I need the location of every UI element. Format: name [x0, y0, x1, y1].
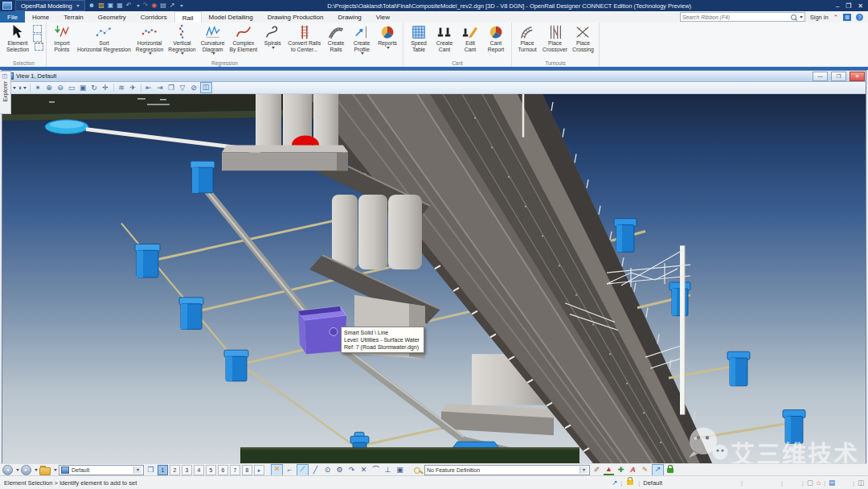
- view-forward-dropdown[interactable]: [35, 469, 38, 471]
- selection-shape-icon[interactable]: [33, 34, 42, 42]
- ribbon-button-import-points[interactable]: Import Points: [49, 23, 75, 53]
- snap-status-icon[interactable]: ↗: [612, 477, 617, 488]
- tab-model-detailing[interactable]: Model Detailing: [202, 11, 260, 23]
- view-toggle-1[interactable]: 1: [158, 465, 168, 475]
- save-icon[interactable]: ▣: [108, 1, 114, 10]
- active-level[interactable]: Default: [643, 479, 662, 487]
- tab-view[interactable]: View: [369, 11, 397, 23]
- workspace-menu[interactable]: OpenRail Modeling: [15, 0, 85, 11]
- fit-view-icon[interactable]: ▣: [78, 83, 88, 92]
- pin-icon[interactable]: ◉: [151, 1, 157, 10]
- selected-drainage-structure[interactable]: [298, 306, 346, 354]
- corridor-icon[interactable]: ✚: [616, 465, 626, 475]
- match-feature-icon[interactable]: ✐: [592, 465, 602, 475]
- ribbon-button-place-crossover[interactable]: Place Crossover: [540, 23, 570, 53]
- ribbon-button-create-rails[interactable]: Create Rails: [323, 23, 349, 53]
- walk-icon[interactable]: ≋: [117, 83, 127, 92]
- view-forward-button[interactable]: ▸: [21, 465, 31, 475]
- ribbon-button-place-crossing[interactable]: Place Crossing: [570, 23, 596, 53]
- ribbon-button-speed-table[interactable]: Speed Table: [406, 23, 432, 53]
- design-history-home-icon[interactable]: ⌂: [817, 477, 821, 488]
- selection-mode-icon[interactable]: [33, 25, 42, 33]
- tab-file[interactable]: File: [0, 11, 25, 23]
- sign-in-user-icon[interactable]: ☻: [88, 1, 95, 10]
- rotate-view-icon[interactable]: ↻: [89, 83, 100, 92]
- keypoint-snap-icon[interactable]: ⟋: [297, 464, 309, 476]
- view-toggle-8[interactable]: 8: [242, 465, 252, 475]
- help-icon[interactable]: ?: [856, 14, 863, 21]
- window-area-icon[interactable]: ▭: [67, 83, 77, 92]
- visible-edges-icon[interactable]: ◫: [200, 82, 212, 93]
- selection-set-icon[interactable]: ▢: [807, 477, 813, 488]
- intersection-snap-icon[interactable]: ✕: [358, 465, 369, 475]
- view-toggle-5[interactable]: 5: [206, 465, 216, 475]
- ribbon-button-convert-rails[interactable]: Convert Rails to Center...: [285, 23, 323, 53]
- sign-in-link[interactable]: Sign in: [810, 14, 829, 21]
- zoom-in-icon[interactable]: ⊕: [44, 83, 55, 92]
- ribbon-button-cant-report[interactable]: Cant Report: [483, 23, 509, 53]
- active-file-icon[interactable]: ▤: [829, 477, 835, 488]
- view-group-dropdown[interactable]: ▾: [133, 466, 141, 474]
- clip-mask-icon[interactable]: ⊘: [189, 83, 199, 92]
- ribbon-button-edit-cant[interactable]: Edit Cant: [457, 23, 483, 53]
- view-toggle-3[interactable]: 3: [182, 465, 192, 475]
- minimize-icon[interactable]: –: [836, 2, 839, 10]
- feature-lock-icon[interactable]: [667, 468, 674, 473]
- pan-view-icon[interactable]: ✛: [100, 83, 111, 92]
- view-previous-icon[interactable]: ⇤: [144, 83, 154, 92]
- ribbon-search-input[interactable]: [682, 14, 789, 20]
- feature-definition-dropdown[interactable]: ▾: [579, 466, 588, 474]
- tab-drawing-production[interactable]: Drawing Production: [260, 11, 331, 23]
- viewport[interactable]: 艾三维技术 Smart Solid \ Line Level: Utilitie…: [2, 94, 866, 463]
- close-icon[interactable]: ✕: [858, 2, 863, 10]
- window-list-icon[interactable]: ❐: [145, 465, 156, 475]
- ribbon-button-complex-by-element[interactable]: Complex By Element: [227, 23, 260, 53]
- view-back-button[interactable]: ◂: [2, 465, 13, 475]
- perpendicular-snap-icon[interactable]: ⊥: [383, 465, 393, 475]
- view-title-bar[interactable]: View 1, Default — ❐ ✕: [2, 71, 866, 82]
- save-settings-icon[interactable]: ▦: [117, 1, 123, 10]
- view-group-select[interactable]: Default ▾: [59, 465, 144, 475]
- nearest-snap-icon[interactable]: ╱: [310, 465, 321, 475]
- view-back-dropdown[interactable]: [16, 469, 19, 471]
- center-snap-icon[interactable]: ⊙: [322, 465, 333, 475]
- view-close-icon[interactable]: ✕: [850, 72, 865, 81]
- more-views-button[interactable]: ▸: [254, 465, 264, 475]
- view-next-icon[interactable]: ⇥: [155, 83, 166, 92]
- view-toggle-7[interactable]: 7: [230, 465, 240, 475]
- accusnap-toggle-icon[interactable]: ▣: [395, 465, 405, 475]
- view-toggle-6[interactable]: 6: [218, 465, 228, 475]
- tab-drawing[interactable]: Drawing: [330, 11, 368, 23]
- ribbon-button-spirals[interactable]: Spirals: [260, 23, 285, 50]
- tab-geometry[interactable]: Geometry: [91, 11, 133, 23]
- ribbon-search[interactable]: [680, 12, 805, 22]
- snap-elbow-icon[interactable]: ⌐: [285, 465, 295, 475]
- ribbon-button-element-selection[interactable]: Element Selection: [4, 23, 31, 53]
- tab-home[interactable]: Home: [25, 11, 56, 23]
- copy-view-icon[interactable]: ❐: [166, 83, 177, 92]
- adjust-brightness-icon[interactable]: ✶: [33, 83, 43, 92]
- ribbon-button-curvature-diagram[interactable]: Curvature Diagram: [199, 23, 227, 55]
- view-restore-icon[interactable]: ❐: [831, 72, 846, 81]
- locks-key-icon[interactable]: [414, 467, 420, 474]
- apply-style-icon[interactable]: ✎: [640, 465, 650, 475]
- restore-icon[interactable]: ❐: [845, 2, 851, 10]
- connect-advisor-icon[interactable]: ▥: [843, 14, 851, 21]
- print-icon[interactable]: ▤: [160, 1, 166, 10]
- ribbon-button-sort-horizontal-regression[interactable]: Sort Horizontal Regression: [75, 23, 133, 53]
- accudraw-toggle-icon[interactable]: ✕: [271, 464, 283, 476]
- ribbon-button-create-profile[interactable]: Create Profile: [349, 23, 375, 55]
- view-minimize-icon[interactable]: —: [813, 72, 828, 81]
- display-style-icon[interactable]: ◑: [17, 83, 27, 92]
- feature-definition-select[interactable]: No Feature Definition ▾: [424, 465, 590, 475]
- tab-rail[interactable]: Rail: [174, 11, 202, 23]
- origin-snap-icon[interactable]: ⚙: [334, 465, 345, 475]
- civil-geometry-icon[interactable]: ↗: [652, 464, 664, 476]
- lock-status-icon[interactable]: [627, 480, 633, 485]
- ribbon-button-vertical-regression[interactable]: Vertical Regression: [166, 23, 198, 55]
- dialog-toggle-icon[interactable]: ◫: [858, 477, 864, 488]
- view-toggle-2[interactable]: 2: [170, 465, 180, 475]
- tab-corridors[interactable]: Corridors: [133, 11, 174, 23]
- ribbon-button-place-turnout[interactable]: Place Turnout: [514, 23, 540, 53]
- 3d-scene[interactable]: 艾三维技术: [2, 94, 866, 463]
